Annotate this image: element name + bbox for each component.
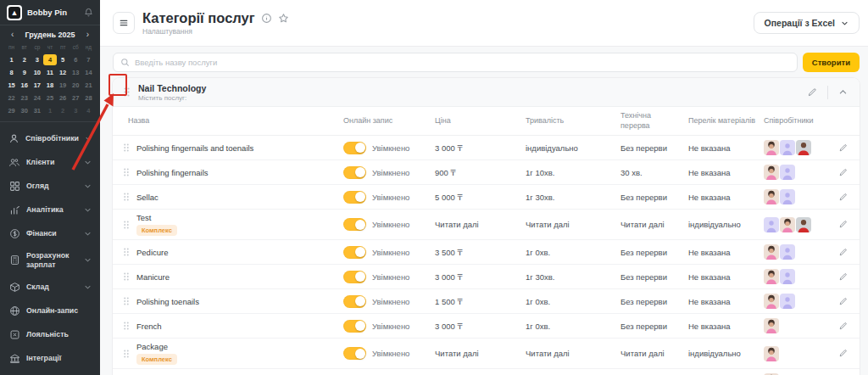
calendar-weekday-label: пт xyxy=(57,42,70,53)
toggle-label: Увімкнено xyxy=(372,220,409,229)
online-toggle[interactable] xyxy=(343,347,366,360)
calendar-day[interactable]: 24 xyxy=(31,92,43,104)
calendar-day-selected[interactable]: 4 xyxy=(43,54,56,65)
sidebar-item-chart[interactable]: Аналітика xyxy=(0,198,100,221)
drag-handle-icon[interactable] xyxy=(123,192,130,202)
sidebar-item-grid[interactable]: Огляд xyxy=(0,174,100,198)
menu-button[interactable] xyxy=(113,12,135,34)
calendar-day[interactable]: 29 xyxy=(5,105,18,116)
calendar-day[interactable]: 31 xyxy=(31,105,43,116)
category-edit-pencil-icon[interactable] xyxy=(805,86,819,99)
category-drag-handle-icon[interactable] xyxy=(123,87,131,98)
drag-handle-icon[interactable] xyxy=(123,296,130,306)
calendar-day[interactable]: 27 xyxy=(70,92,82,104)
duration-cell: 1г 10хв. xyxy=(526,168,620,177)
sidebar-item-calculator[interactable]: Розрахунок зарплат xyxy=(0,245,100,276)
sidebar-item-bank[interactable]: Інтеграції xyxy=(0,347,100,371)
calendar-day[interactable]: 25 xyxy=(43,92,56,104)
person-icon xyxy=(8,132,19,144)
drag-handle-icon[interactable] xyxy=(123,349,130,359)
service-name: Sellac xyxy=(136,193,159,202)
calendar-next-icon[interactable]: › xyxy=(84,31,92,39)
edit-pencil-icon[interactable] xyxy=(837,295,849,308)
online-toggle[interactable] xyxy=(343,191,366,204)
calendar-day[interactable]: 5 xyxy=(57,54,70,65)
online-toggle[interactable] xyxy=(343,218,366,231)
calendar-day[interactable]: 7 xyxy=(82,54,95,65)
edit-pencil-icon[interactable] xyxy=(837,347,849,360)
calendar-day[interactable]: 3 xyxy=(31,54,43,65)
drag-handle-icon[interactable] xyxy=(123,143,130,153)
break-cell: Читати далі xyxy=(620,349,688,358)
calendar-day[interactable]: 2 xyxy=(57,105,70,116)
toggle-label: Увімкнено xyxy=(372,297,409,306)
calendar-day[interactable]: 4 xyxy=(82,105,95,116)
materials-cell: Не вказана xyxy=(688,143,764,153)
notifications-bell-icon[interactable] xyxy=(84,8,93,17)
calendar-day[interactable]: 1 xyxy=(5,54,18,65)
sidebar-item-box[interactable]: Склад xyxy=(0,276,100,299)
calendar-day[interactable]: 21 xyxy=(82,80,95,91)
drag-handle-icon[interactable] xyxy=(123,247,130,257)
calendar-day[interactable]: 1 xyxy=(43,105,56,116)
calendar-day[interactable]: 26 xyxy=(57,92,70,104)
calendar-day[interactable]: 20 xyxy=(70,80,82,91)
calendar-day[interactable]: 9 xyxy=(18,67,31,78)
drag-handle-icon[interactable] xyxy=(123,167,130,177)
calendar-day[interactable]: 16 xyxy=(18,80,31,91)
calendar-day[interactable]: 3 xyxy=(70,105,82,116)
calendar-day[interactable]: 18 xyxy=(43,80,56,91)
category-collapse-chevron-up-icon[interactable] xyxy=(837,86,849,98)
edit-pencil-icon[interactable] xyxy=(837,142,849,154)
calendar-day[interactable]: 12 xyxy=(57,67,70,78)
edit-pencil-icon[interactable] xyxy=(837,271,849,283)
calendar-day[interactable]: 11 xyxy=(43,67,56,78)
online-toggle[interactable] xyxy=(343,142,366,154)
calendar-day[interactable]: 15 xyxy=(5,80,18,91)
sidebar-item-person[interactable]: Співробітники xyxy=(0,126,100,150)
online-toggle[interactable] xyxy=(343,320,366,333)
table-row: TestКомплексУвімкненоЧитати даліЧитати д… xyxy=(113,210,860,240)
calendar-day[interactable]: 10 xyxy=(31,67,43,78)
calendar-day[interactable]: 17 xyxy=(31,80,43,91)
sidebar-item-coin[interactable]: Фінанси xyxy=(0,221,100,245)
price-cell: 3 500 ₸ xyxy=(435,248,526,257)
edit-pencil-icon[interactable] xyxy=(837,246,849,259)
edit-pencil-icon[interactable] xyxy=(837,320,849,333)
edit-pencil-icon[interactable] xyxy=(837,166,849,179)
toggle-label: Увімкнено xyxy=(372,272,409,282)
info-icon[interactable] xyxy=(261,13,272,24)
calendar-day[interactable]: 19 xyxy=(57,80,70,91)
calendar-day[interactable]: 22 xyxy=(5,92,18,104)
excel-operations-button[interactable]: Операції з Excel xyxy=(754,12,860,34)
search-input[interactable] xyxy=(135,58,790,67)
drag-handle-icon[interactable] xyxy=(123,271,130,282)
calendar-day[interactable]: 8 xyxy=(5,67,18,78)
sidebar-item-people[interactable]: Клієнти xyxy=(0,150,100,174)
sidebar-item-globe[interactable]: Онлайн-запис xyxy=(0,299,100,323)
calendar-day[interactable]: 6 xyxy=(70,54,82,65)
drag-handle-icon[interactable] xyxy=(123,321,130,331)
service-name: Package xyxy=(136,342,168,351)
create-button[interactable]: Створити xyxy=(803,53,860,72)
calendar-day[interactable]: 14 xyxy=(82,67,95,78)
calendar-day[interactable]: 23 xyxy=(18,92,31,104)
edit-pencil-icon[interactable] xyxy=(837,218,849,231)
online-toggle[interactable] xyxy=(343,246,366,259)
employee-avatars xyxy=(764,294,837,309)
brand-logo-icon: ▲ xyxy=(7,5,22,20)
column-header: Технічна перерва xyxy=(620,107,673,135)
online-toggle[interactable] xyxy=(343,295,366,308)
drag-handle-icon[interactable] xyxy=(123,220,130,230)
calendar-day[interactable]: 30 xyxy=(18,105,31,116)
calendar-prev-icon[interactable]: ‹ xyxy=(8,31,16,39)
favorite-star-icon[interactable] xyxy=(278,13,289,24)
online-toggle[interactable] xyxy=(343,166,366,179)
calendar-day[interactable]: 13 xyxy=(70,67,82,78)
calendar-day[interactable]: 2 xyxy=(18,54,31,65)
calendar-day[interactable]: 28 xyxy=(82,92,95,104)
materials-cell: Не вказана xyxy=(688,193,764,202)
sidebar-item-loyalty[interactable]: Лояльність xyxy=(0,323,100,347)
edit-pencil-icon[interactable] xyxy=(837,191,849,204)
online-toggle[interactable] xyxy=(343,271,366,283)
